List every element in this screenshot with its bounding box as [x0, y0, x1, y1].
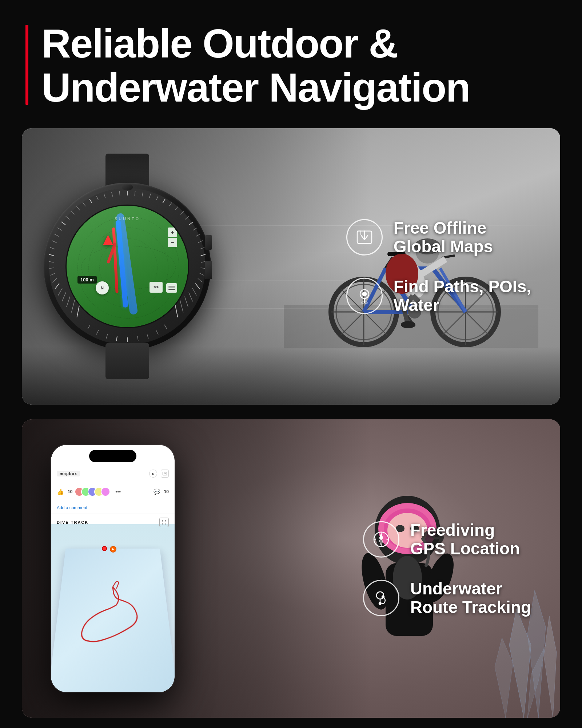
svg-line-82: [62, 292, 66, 301]
dots-icon: •••: [115, 489, 121, 495]
freediving-gps-title-line2: GPS Location: [410, 539, 520, 558]
svg-point-99: [363, 292, 366, 296]
watch-button-mid-right[interactable]: [205, 261, 212, 279]
app-play-button[interactable]: ▶: [149, 470, 157, 478]
freediving-gps-icon-circle: [363, 521, 399, 557]
main-headline: Reliable Outdoor & Underwater Navigation: [41, 22, 470, 110]
svg-line-58: [185, 296, 188, 307]
svg-line-91: [116, 336, 117, 341]
offline-maps-icon-circle: [346, 219, 383, 255]
nav-arrow: [103, 235, 113, 245]
headline-line2: Underwater Navigation: [41, 66, 470, 110]
map-nav-right[interactable]: >>: [150, 282, 163, 293]
outdoor-features: Free Offline Global Maps Find Paths, POI…: [346, 219, 531, 314]
svg-line-46: [193, 228, 197, 230]
svg-line-67: [76, 206, 80, 210]
svg-line-89: [156, 330, 158, 335]
dive-track-header: DIVE TRACK: [57, 518, 169, 527]
svg-line-37: [142, 192, 143, 197]
comment-count: 10: [164, 489, 169, 494]
map-scale-label: 100 m: [77, 276, 97, 284]
watch-button-top[interactable]: [122, 185, 133, 190]
app-header-icons: ▶: [149, 470, 169, 478]
svg-line-92: [106, 334, 108, 339]
app-photo-button[interactable]: [161, 470, 169, 478]
svg-line-44: [185, 216, 189, 219]
svg-line-56: [192, 288, 196, 295]
dive-track-expand-button[interactable]: [159, 518, 169, 527]
like-count: 10: [68, 489, 72, 494]
route-tracking-title-line1: Underwater: [410, 579, 531, 598]
expand-icon: [162, 520, 167, 525]
download-map-icon: [355, 228, 374, 246]
underwater-features: Freediving GPS Location: [363, 521, 531, 616]
svg-line-50: [201, 254, 206, 256]
svg-line-43: [180, 211, 184, 214]
feature-paths-pois: Find Paths, POIs, Water: [346, 277, 531, 314]
headline-line1: Reliable Outdoor &: [41, 22, 470, 66]
svg-line-45: [189, 222, 193, 225]
svg-line-75: [49, 254, 54, 256]
watch-button-top-right[interactable]: [205, 235, 212, 250]
engagement-bar: 👍 10 ••• 💬 10: [51, 483, 175, 501]
svg-line-69: [66, 216, 70, 219]
dive-play-pin: [110, 546, 116, 553]
svg-line-49: [200, 248, 204, 249]
location-pin-icon: [355, 287, 374, 305]
app-header-bar: mapbox ▶: [51, 465, 175, 483]
svg-line-55: [195, 284, 200, 289]
smartwatch: .tick{stroke:rgba(255,255,255,0.4);strok…: [44, 183, 211, 350]
dive-map-area: [51, 524, 175, 692]
svg-line-80: [55, 284, 59, 289]
svg-line-64: [96, 196, 98, 200]
phone-body: mapbox ▶: [51, 445, 175, 692]
svg-line-71: [57, 228, 62, 230]
map-zoom-controls: + −: [168, 228, 177, 247]
svg-line-66: [83, 202, 86, 206]
svg-line-65: [89, 199, 92, 203]
svg-line-90: [164, 325, 167, 329]
map-menu-button[interactable]: [166, 283, 177, 293]
svg-line-83: [67, 296, 70, 307]
svg-line-63: [104, 194, 105, 198]
offline-maps-title-line2: Global Maps: [394, 237, 493, 256]
svg-line-38: [149, 194, 151, 198]
zoom-in-button[interactable]: +: [168, 228, 177, 237]
svg-line-79: [52, 278, 57, 282]
offline-maps-text: Free Offline Global Maps: [394, 219, 493, 256]
svg-line-78: [51, 273, 55, 275]
svg-line-77: [49, 268, 54, 269]
zoom-out-button[interactable]: −: [168, 238, 177, 247]
watch-screen: 100 m N + − >>: [65, 205, 189, 328]
add-comment-section[interactable]: Add a comment: [51, 501, 175, 514]
svg-point-122: [382, 596, 384, 598]
svg-line-57: [189, 292, 193, 301]
svg-line-87: [137, 336, 138, 341]
phone-notch: [89, 450, 136, 462]
route-tracking-icon: [372, 589, 390, 607]
svg-line-47: [196, 234, 200, 237]
watch-band-bottom: [105, 343, 149, 379]
compass-navigation-icon: [372, 530, 390, 548]
freediving-gps-text: Freediving GPS Location: [410, 521, 520, 558]
paths-pois-icon-circle: [346, 278, 383, 314]
phone-screen: mapbox ▶: [51, 445, 175, 692]
compass-indicator: N: [96, 281, 109, 294]
like-icon: 👍: [57, 488, 64, 495]
svg-line-53: [200, 273, 204, 275]
svg-line-60: [175, 304, 178, 317]
svg-line-76: [49, 261, 53, 262]
header: Reliable Outdoor & Underwater Navigation: [22, 22, 560, 110]
underwater-navigation-card: mapbox ▶: [22, 419, 560, 718]
dive-platform: [51, 549, 175, 692]
svg-line-39: [156, 196, 158, 200]
watch-bezel: .tick{stroke:rgba(255,255,255,0.4);strok…: [49, 188, 206, 345]
svg-line-94: [88, 325, 90, 329]
route-tracking-icon-circle: [363, 580, 399, 616]
paths-pois-text: Find Paths, POIs, Water: [394, 277, 531, 314]
dive-track-title: DIVE TRACK: [57, 520, 88, 525]
comment-icon: 💬: [154, 488, 160, 495]
feature-route-tracking: Underwater Route Tracking: [363, 579, 531, 616]
svg-line-74: [50, 248, 55, 249]
svg-line-70: [61, 222, 65, 225]
